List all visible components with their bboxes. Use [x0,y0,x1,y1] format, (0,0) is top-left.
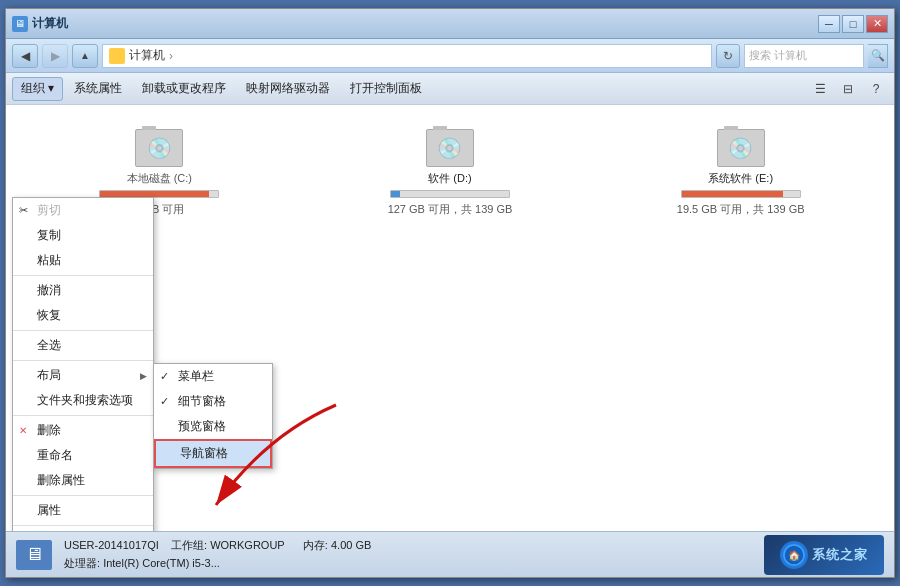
status-info: USER-20141017QI 工作组: WORKGROUP 内存: 4.00 … [64,537,371,572]
menu-layout-label: 布局 [37,367,61,384]
submenu-detail[interactable]: ✓ 细节窗格 [154,389,272,414]
menu-cut-label: 剪切 [37,202,61,219]
menu-redo-label: 恢复 [37,307,61,324]
menu-properties[interactable]: 属性 [13,498,153,523]
menu-rename-label: 重命名 [37,447,73,464]
up-button[interactable]: ▲ [72,44,98,68]
menubar-check: ✓ [160,370,169,383]
menu-delete-label: 删除 [37,422,61,439]
layout-submenu: ✓ 菜单栏 ✓ 细节窗格 ✓ 预览窗格 ✓ 导航窗格 [153,363,273,469]
processor-value: Intel(R) Core(TM) i5-3... [103,557,220,569]
addressbar: ◀ ▶ ▲ 计算机 › ↻ 搜索 计算机 🔍 [6,39,894,73]
menu-select-all[interactable]: 全选 [13,333,153,358]
window-icon: 🖥 [12,16,28,32]
menu-cut[interactable]: ✂ 剪切 [13,198,153,223]
menu-delete[interactable]: ✕ 删除 [13,418,153,443]
toolbar: 组织 ▾ 系统属性 卸载或更改程序 映射网络驱动器 打开控制面板 ☰ ⊟ ? [6,73,894,105]
sep3 [13,360,153,361]
refresh-button[interactable]: ↻ [716,44,740,68]
sep1 [13,275,153,276]
menu-undo-label: 撤消 [37,282,61,299]
menu-close[interactable]: 关闭 [13,528,153,531]
drive-d-bar-container [390,190,510,198]
menu-undo[interactable]: 撤消 [13,278,153,303]
drive-c-icon: 💿 [135,129,183,167]
drive-e-info: 19.5 GB 可用，共 139 GB [677,202,805,217]
drive-e-label: 系统软件 (E:) [708,171,773,186]
watermark-text: 系统之家 [812,546,868,564]
menu-properties-label: 属性 [37,502,61,519]
path-arrow: › [169,49,173,63]
submenu-nav-label: 导航窗格 [180,445,228,462]
menu-copy-label: 复制 [37,227,61,244]
uninstall-button[interactable]: 卸载或更改程序 [133,77,235,101]
search-placeholder: 搜索 计算机 [749,48,807,63]
delete-icon: ✕ [19,425,27,436]
memory-label: 内存: [303,539,328,551]
organize-menu: ✂ 剪切 复制 粘贴 撤消 恢复 全选 布局 [12,197,154,531]
drive-d[interactable]: 💿 软件 (D:) 127 GB 可用，共 139 GB [313,121,588,225]
processor-label: 处理器: [64,557,100,569]
drive-e[interactable]: 💿 系统软件 (E:) 19.5 GB 可用，共 139 GB [603,121,878,225]
menu-remove-props-label: 删除属性 [37,472,85,489]
maximize-button[interactable]: □ [842,15,864,33]
memory-value: 4.00 GB [331,539,371,551]
drive-e-icon: 💿 [717,129,765,167]
main-window: 🖥 计算机 ─ □ ✕ ◀ ▶ ▲ 计算机 › ↻ 搜索 计算机 🔍 组织 ▾ … [5,8,895,578]
menu-paste[interactable]: 粘贴 [13,248,153,273]
search-box[interactable]: 搜索 计算机 [744,44,864,68]
path-icon [109,48,125,64]
drive-d-bar [391,191,400,197]
view-pane-button[interactable]: ⊟ [836,78,860,100]
forward-button[interactable]: ▶ [42,44,68,68]
search-button[interactable]: 🔍 [868,44,888,68]
content-area: 💿 本地磁盘 (C:) 0 GB 可用 💿 软件 (D:) 127 GB 可用，… [6,105,894,531]
drive-d-icon: 💿 [426,129,474,167]
detail-check: ✓ [160,395,169,408]
sep4 [13,415,153,416]
pc-icon: 🖥 [16,540,52,570]
menu-remove-props[interactable]: 删除属性 [13,468,153,493]
submenu-menubar-label: 菜单栏 [178,368,214,385]
drive-e-bar-container [681,190,801,198]
submenu-menubar[interactable]: ✓ 菜单栏 [154,364,272,389]
back-button[interactable]: ◀ [12,44,38,68]
menu-copy[interactable]: 复制 [13,223,153,248]
titlebar: 🖥 计算机 ─ □ ✕ [6,9,894,39]
close-button[interactable]: ✕ [866,15,888,33]
menu-select-all-label: 全选 [37,337,61,354]
toolbar-right: ☰ ⊟ ? [808,78,888,100]
control-panel-button[interactable]: 打开控制面板 [341,77,431,101]
menu-folder-options-label: 文件夹和搜索选项 [37,392,133,409]
minimize-button[interactable]: ─ [818,15,840,33]
drive-d-info: 127 GB 可用，共 139 GB [388,202,513,217]
organize-button[interactable]: 组织 ▾ [12,77,63,101]
workgroup-label: 工作组: [171,539,207,551]
submenu-detail-label: 细节窗格 [178,393,226,410]
watermark: 🏠 系统之家 [764,535,884,575]
menu-rename[interactable]: 重命名 [13,443,153,468]
sep2 [13,330,153,331]
sep6 [13,525,153,526]
submenu-preview[interactable]: ✓ 预览窗格 [154,414,272,439]
drive-d-label: 软件 (D:) [428,171,471,186]
sep5 [13,495,153,496]
system-props-button[interactable]: 系统属性 [65,77,131,101]
status-right: 🏠 系统之家 [764,535,884,575]
drive-c-label: 本地磁盘 (C:) [127,171,192,186]
menu-redo[interactable]: 恢复 [13,303,153,328]
path-text: 计算机 [129,47,165,64]
workgroup-value: WORKGROUP [210,539,284,551]
view-list-button[interactable]: ☰ [808,78,832,100]
map-drive-button[interactable]: 映射网络驱动器 [237,77,339,101]
menu-layout[interactable]: 布局 ✓ 菜单栏 ✓ 细节窗格 ✓ 预览窗格 [13,363,153,388]
titlebar-left: 🖥 计算机 [12,15,68,32]
drive-e-bar [682,191,783,197]
titlebar-controls: ─ □ ✕ [818,15,888,33]
address-path[interactable]: 计算机 › [102,44,712,68]
watermark-logo: 🏠 [780,541,808,569]
menu-paste-label: 粘贴 [37,252,61,269]
help-button[interactable]: ? [864,78,888,100]
submenu-nav[interactable]: ✓ 导航窗格 [154,439,272,468]
menu-folder-options[interactable]: 文件夹和搜索选项 [13,388,153,413]
